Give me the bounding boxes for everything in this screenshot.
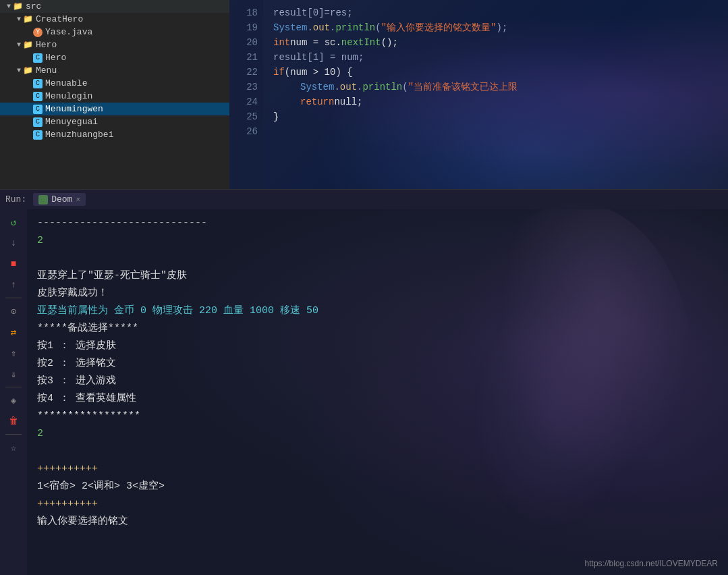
output-line — [37, 250, 718, 267]
tree-item-yase[interactable]: ▶ Y Yase.java — [0, 26, 229, 38]
output-line: ++++++++++ — [37, 495, 718, 513]
output-line: 按2 ： 选择铭文 — [37, 355, 718, 373]
rerun-button[interactable]: ↺ — [4, 213, 23, 231]
run-label: Run: — [5, 194, 26, 204]
output-line: ++++++++++ — [37, 460, 718, 478]
stop-button[interactable]: ■ — [4, 254, 23, 273]
output-line: 按3 ： 进入游戏 — [37, 373, 718, 390]
output-line: 亚瑟当前属性为 金币 0 物理攻击 220 血量 1000 移速 50 — [37, 302, 718, 320]
tree-item-src[interactable]: ▼ 📁 src — [0, 0, 229, 13]
class-file-icon: C — [33, 130, 43, 140]
scroll-down-button[interactable]: ↓ — [4, 234, 23, 252]
arrow-icon: ▼ — [17, 16, 21, 23]
tree-item-hero-folder[interactable]: ▼ 📁 Hero — [0, 38, 229, 51]
run-tab-deom[interactable]: Deom × — [33, 193, 86, 206]
console-output[interactable]: ---------------------------- 2 亚瑟穿上了"亚瑟-… — [27, 209, 728, 575]
output-line: 按4 ： 查看英雄属性 — [37, 390, 718, 408]
file-tree: ▼ 📁 src ▼ 📁 CreatHero ▶ Y Yase.java ▼ 📁 … — [0, 0, 229, 189]
tree-item-menuable[interactable]: ▶ C Menuable — [0, 77, 229, 90]
output-line: 按1 ： 选择皮肤 — [37, 337, 718, 355]
output-line: 2 — [37, 232, 718, 250]
tab-run-icon — [38, 195, 48, 204]
output-line: 亚瑟穿上了"亚瑟-死亡骑士"皮肤 — [37, 267, 718, 285]
tree-item-menu-folder[interactable]: ▼ 📁 Menu — [0, 64, 229, 77]
java-file-icon: Y — [33, 28, 43, 37]
folder-icon: 📁 — [23, 40, 33, 50]
output-line: 2 — [37, 425, 718, 443]
tree-item-creathero[interactable]: ▼ 📁 CreatHero — [0, 13, 229, 26]
line-numbers: 18 19 20 21 22 23 24 25 26 — [229, 0, 263, 189]
class-file-icon: C — [33, 79, 43, 88]
arrow-icon: ▼ — [17, 41, 21, 49]
class-file-icon: C — [33, 53, 43, 63]
tab-close-button[interactable]: × — [76, 196, 80, 204]
folder-icon: 📁 — [23, 14, 33, 24]
watermark: https://blog.csdn.net/ILOVEMYDEAR — [585, 559, 718, 568]
arrow-icon: ▼ — [7, 3, 11, 10]
editor-area: ▼ 📁 src ▼ 📁 CreatHero ▶ Y Yase.java ▼ 📁 … — [0, 0, 728, 189]
camera-button[interactable]: ⊙ — [4, 302, 23, 321]
output-line: *****备战选择***** — [37, 320, 718, 337]
arrow-icon: ▼ — [17, 67, 21, 74]
class-file-icon: C — [33, 92, 43, 101]
folder-icon: 📁 — [23, 65, 33, 76]
clear-button[interactable]: 🗑 — [4, 412, 23, 431]
tree-item-menuzhuangbei[interactable]: ▶ C Menuzhuangbei — [0, 128, 229, 141]
download-button[interactable]: ⇓ — [4, 364, 23, 383]
tree-item-hero[interactable]: ▶ C Hero — [0, 51, 229, 64]
scroll-up-button[interactable]: ↑ — [4, 275, 23, 294]
folder-icon: 📁 — [13, 1, 23, 11]
output-line: 皮肤穿戴成功！ — [37, 285, 718, 302]
tree-item-menulogin[interactable]: ▶ C Menulogin — [0, 90, 229, 103]
divider — [5, 387, 22, 387]
divider — [5, 298, 22, 298]
favorites-button[interactable]: ☆ — [4, 438, 23, 457]
code-editor[interactable]: 18 19 20 21 22 23 24 25 26 result[0]=res… — [229, 0, 728, 189]
left-toolbar: ↺ ↓ ■ ↑ ⊙ ⇄ ⇑ ⇓ ◈ 🗑 ☆ — [0, 209, 27, 575]
wrap-button[interactable]: ⇄ — [4, 323, 23, 341]
output-line: 1<宿命> 2<调和> 3<虚空> — [37, 478, 718, 495]
upload-button[interactable]: ⇑ — [4, 344, 23, 362]
class-file-icon: C — [33, 105, 43, 114]
class-file-icon: C — [33, 117, 43, 127]
tree-item-menuyeguai[interactable]: ▶ C Menuyeguai — [0, 115, 229, 128]
run-tab-bar: Run: Deom × — [0, 189, 728, 209]
pin-button[interactable]: ◈ — [4, 391, 23, 410]
tree-item-menumingwen[interactable]: ▶ C Menumingwen — [0, 103, 229, 115]
divider — [5, 434, 22, 435]
output-line: ***************** — [37, 408, 718, 425]
run-panel: Run: Deom × ↺ ↓ ■ ↑ ⊙ ⇄ ⇑ ⇓ ◈ 🗑 ☆ ------… — [0, 189, 728, 575]
code-text: result[0]=res; System.out.println("输入你要选… — [263, 0, 728, 189]
output-line: 输入你要选择的铭文 — [37, 513, 718, 530]
output-line: ---------------------------- — [37, 215, 718, 232]
output-line — [37, 443, 718, 460]
